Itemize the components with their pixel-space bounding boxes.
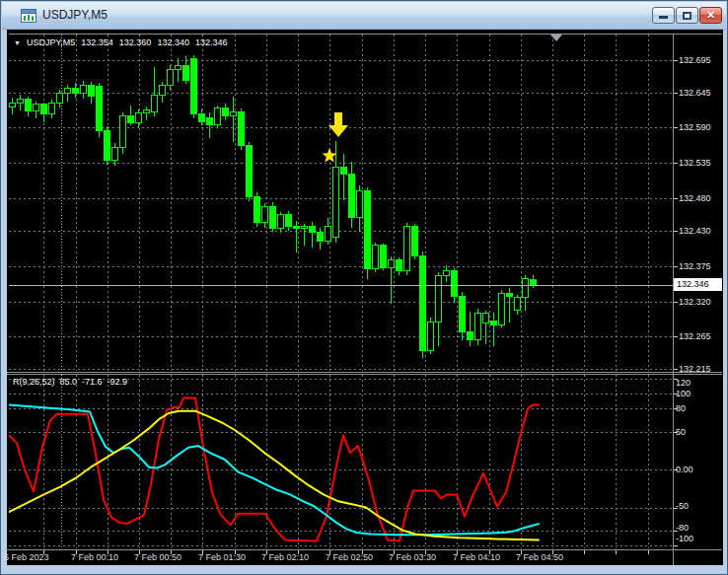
chart-window-icon[interactable]	[21, 8, 36, 24]
time-axis-label: 7 Feb 04:10	[453, 552, 500, 562]
legend-symbol: USDJPY,M5	[27, 37, 75, 47]
price-axis-label: 132.645	[679, 88, 711, 98]
indicator-axis-label: 120	[676, 378, 691, 388]
time-axis-label: 7 Feb 03:30	[389, 552, 436, 562]
time-axis-label: 7 Feb 00:10	[71, 552, 118, 562]
minimize-button[interactable]	[652, 7, 675, 24]
indicator-value-cyan: -71.6	[82, 377, 103, 387]
price-axis-label: 132.430	[679, 226, 711, 236]
price-axis-label: 132.480	[679, 193, 711, 203]
mt4-chart-window: USDJPY,M5 ✕ ▼ USDJPY,M5 132.354 132.360 …	[0, 0, 728, 575]
pane-splitter[interactable]	[7, 371, 723, 375]
maximize-button[interactable]	[676, 7, 698, 24]
indicator-value-yellow: -92.9	[108, 377, 128, 387]
chart-legend: ▼ USDJPY,M5 132.354 132.360 132.340 132.…	[14, 37, 227, 47]
indicator-axis-label: -100	[676, 534, 693, 543]
price-axis-label: 132.695	[679, 55, 711, 65]
time-axis-label: 7 Feb 02:10	[261, 552, 309, 562]
current-price-tag: 132.346	[674, 278, 722, 291]
chevron-down-icon[interactable]: ▼	[14, 39, 21, 46]
window-title: USDJPY,M5	[42, 8, 108, 22]
close-icon: ✕	[700, 9, 721, 22]
minimize-icon	[659, 16, 668, 19]
price-axis-label: 132.375	[679, 261, 711, 271]
legend-close: 132.346	[195, 37, 228, 47]
indicator-axis-label: -50	[676, 501, 689, 511]
indicator-axis-label: 100	[676, 389, 691, 398]
close-button[interactable]: ✕	[699, 7, 722, 24]
time-axis-label: 7 Feb 01:30	[198, 552, 246, 562]
chart-canvas[interactable]	[7, 30, 723, 565]
price-axis-label: 132.590	[679, 122, 711, 132]
time-axis-label: 6 Feb 2023	[4, 552, 49, 562]
legend-open: 132.354	[81, 37, 113, 47]
price-axis-label: 132.535	[679, 158, 711, 168]
price-axis-label: 132.265	[679, 331, 711, 341]
legend-low: 132.340	[157, 37, 189, 47]
indicator-value-main: 85.0	[60, 377, 78, 387]
time-axis-label: 7 Feb 00:50	[134, 552, 182, 562]
indicator-axis-label: 80	[676, 403, 686, 413]
indicator-legend: R(9,26,52) 85.0 -71.6 -92.9	[13, 377, 127, 387]
legend-high: 132.360	[119, 37, 152, 47]
indicator-axis-label: -80	[676, 523, 689, 533]
indicator-axis-label: 50	[676, 427, 686, 437]
time-axis-label: 7 Feb 04:50	[516, 552, 563, 562]
indicator-name: R(9,26,52)	[13, 377, 55, 387]
chart-shell	[7, 30, 723, 565]
time-axis-label: 7 Feb 02:50	[326, 552, 373, 562]
titlebar[interactable]: USDJPY,M5 ✕	[2, 2, 726, 30]
maximize-icon	[683, 12, 692, 20]
price-axis-label: 132.320	[679, 297, 711, 307]
indicator-axis-label: 0.00	[676, 465, 693, 474]
